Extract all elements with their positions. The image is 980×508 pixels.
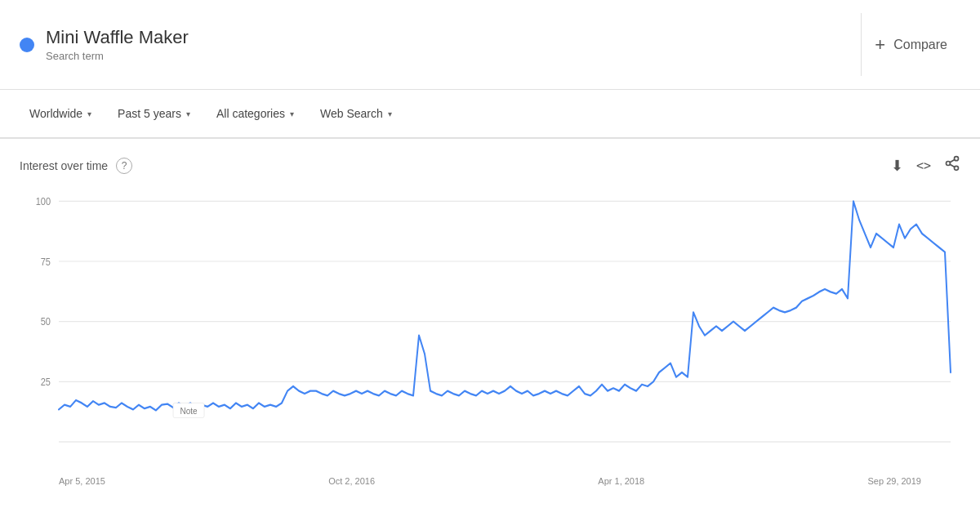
section-header: Interest over time ? ⬇ <> <box>20 155 960 176</box>
compare-label: Compare <box>893 38 947 52</box>
share-button[interactable] <box>944 155 960 176</box>
filter-time[interactable]: Past 5 years ▾ <box>108 100 200 127</box>
chevron-down-icon: ▾ <box>87 109 91 118</box>
filter-search-type[interactable]: Web Search ▾ <box>310 100 402 127</box>
filter-category-label: All categories <box>216 107 285 120</box>
help-icon[interactable]: ? <box>116 158 132 174</box>
x-label-2: Oct 2, 2016 <box>328 476 375 486</box>
svg-text:100: 100 <box>36 195 51 207</box>
search-term-text: Mini Waffle Maker Search term <box>46 27 189 63</box>
svg-text:75: 75 <box>41 256 51 267</box>
chevron-down-icon: ▾ <box>290 109 294 118</box>
filter-bar: Worldwide ▾ Past 5 years ▾ All categorie… <box>0 90 980 139</box>
search-term-section: Mini Waffle Maker Search term <box>20 27 861 63</box>
compare-section[interactable]: + Compare <box>861 13 960 76</box>
svg-text:50: 50 <box>41 316 51 328</box>
chevron-down-icon: ▾ <box>388 109 392 118</box>
filter-category[interactable]: All categories ▾ <box>207 100 304 127</box>
chart-container: 100 75 50 25 Note Apr 5, 2015 Oct 2, <box>20 192 960 470</box>
x-label-1: Apr 5, 2015 <box>59 476 105 486</box>
download-button[interactable]: ⬇ <box>891 157 903 175</box>
filter-search-type-label: Web Search <box>320 107 383 120</box>
svg-line-4 <box>950 159 955 162</box>
filter-geo-label: Worldwide <box>29 107 82 120</box>
svg-line-3 <box>950 164 955 167</box>
interest-over-time-label: Interest over time <box>20 159 108 172</box>
section-title: Interest over time ? <box>20 158 132 174</box>
search-term-type: Search term <box>46 50 104 62</box>
chart-toolbar: ⬇ <> <box>891 155 960 176</box>
x-label-3: Apr 1, 2018 <box>598 476 644 486</box>
x-axis-labels: Apr 5, 2015 Oct 2, 2016 Apr 1, 2018 Sep … <box>20 473 960 486</box>
svg-text:Note: Note <box>180 405 197 416</box>
compare-plus-icon: + <box>875 34 885 56</box>
embed-button[interactable]: <> <box>916 158 931 173</box>
filter-geo[interactable]: Worldwide ▾ <box>20 100 101 127</box>
header: Mini Waffle Maker Search term + Compare <box>0 0 980 90</box>
chevron-down-icon: ▾ <box>186 109 190 118</box>
interest-chart: 100 75 50 25 Note <box>20 192 960 470</box>
search-term-title: Mini Waffle Maker <box>46 27 189 48</box>
svg-text:25: 25 <box>41 376 51 387</box>
x-label-4: Sep 29, 2019 <box>868 476 921 486</box>
term-color-dot <box>20 38 34 52</box>
filter-time-label: Past 5 years <box>118 107 181 120</box>
main-content: Interest over time ? ⬇ <> 100 <box>0 139 980 478</box>
